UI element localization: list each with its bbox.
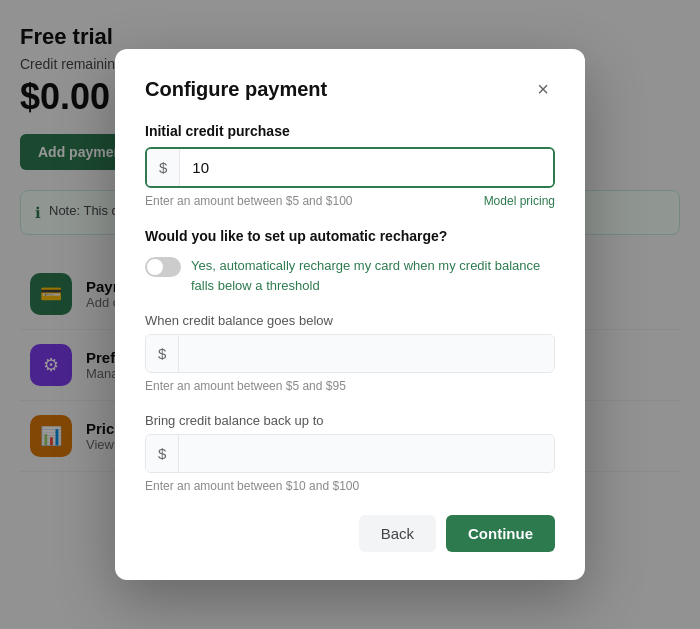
bring-back-hint-row: Enter an amount between $10 and $100 [145,479,555,493]
bring-back-section: Bring credit balance back up to $ Enter … [145,413,555,493]
toggle-row: Yes, automatically recharge my card when… [145,256,555,295]
initial-credit-hint: Enter an amount between $5 and $100 [145,194,353,208]
bring-back-prefix: $ [146,435,179,472]
dollar-prefix: $ [147,149,180,186]
below-threshold-prefix: $ [146,335,179,372]
bring-back-input[interactable] [179,435,554,472]
below-threshold-hint: Enter an amount between $5 and $95 [145,379,346,393]
auto-recharge-toggle[interactable] [145,257,181,277]
model-pricing-link[interactable]: Model pricing [484,194,555,208]
bring-back-input-wrapper: $ [145,434,555,473]
toggle-text: Yes, automatically recharge my card when… [191,256,555,295]
initial-credit-label: Initial credit purchase [145,123,555,139]
below-threshold-input-wrapper: $ [145,334,555,373]
below-threshold-hint-row: Enter an amount between $5 and $95 [145,379,555,393]
bring-back-hint: Enter an amount between $10 and $100 [145,479,359,493]
bring-back-label: Bring credit balance back up to [145,413,555,428]
initial-credit-input-wrapper: $ [145,147,555,188]
modal-header: Configure payment × [145,77,555,101]
recharge-label: Would you like to set up automatic recha… [145,228,555,244]
below-threshold-label: When credit balance goes below [145,313,555,328]
initial-credit-input[interactable] [180,149,553,186]
below-threshold-input[interactable] [179,335,554,372]
configure-payment-modal: Configure payment × Initial credit purch… [115,49,585,580]
modal-footer: Back Continue [145,515,555,552]
initial-credit-hint-row: Enter an amount between $5 and $100 Mode… [145,194,555,208]
continue-button[interactable]: Continue [446,515,555,552]
close-button[interactable]: × [531,77,555,101]
modal-title: Configure payment [145,78,327,101]
below-threshold-section: When credit balance goes below $ Enter a… [145,313,555,393]
modal-overlay: Configure payment × Initial credit purch… [0,0,700,629]
back-button[interactable]: Back [359,515,436,552]
